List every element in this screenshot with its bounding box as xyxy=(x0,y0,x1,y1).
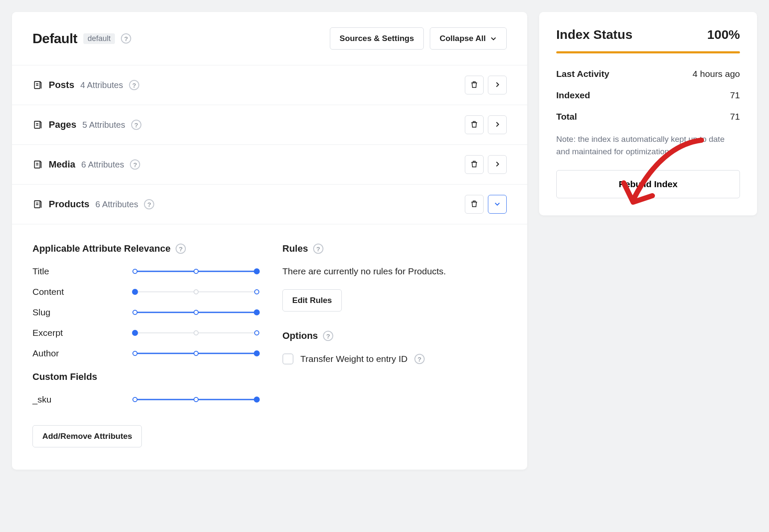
attribute-label: Author xyxy=(32,348,126,359)
toggle-button[interactable] xyxy=(488,76,507,94)
trash-icon xyxy=(470,80,478,90)
status-value: 71 xyxy=(730,90,740,100)
attribute-row: _sku xyxy=(32,394,257,405)
collapse-all-label: Collapse All xyxy=(440,34,486,43)
post-type-name: Posts xyxy=(49,79,74,91)
relevance-slider[interactable] xyxy=(135,395,257,404)
transfer-weight-checkbox[interactable] xyxy=(282,353,294,364)
help-icon[interactable] xyxy=(144,199,154,209)
engine-header-actions: Sources & Settings Collapse All xyxy=(330,27,507,50)
delete-button[interactable] xyxy=(465,155,484,174)
edit-rules-button[interactable]: Edit Rules xyxy=(282,289,342,312)
engine-title-wrap: Default default xyxy=(32,31,131,47)
collapse-all-button[interactable]: Collapse All xyxy=(430,27,507,50)
index-status-progress xyxy=(556,51,740,53)
help-icon[interactable] xyxy=(414,354,425,364)
help-icon[interactable] xyxy=(131,120,141,130)
relevance-column: Applicable Attribute Relevance Title Con… xyxy=(32,243,257,447)
help-icon[interactable] xyxy=(129,80,139,90)
attribute-row: Slug xyxy=(32,307,257,317)
attribute-label: Excerpt xyxy=(32,328,126,338)
help-icon[interactable] xyxy=(323,331,333,341)
attribute-row: Excerpt xyxy=(32,328,257,338)
status-row: Total 71 xyxy=(556,112,740,122)
relevance-slider[interactable] xyxy=(135,308,257,317)
status-value: 4 hours ago xyxy=(693,69,740,79)
post-type-meta: 6 Attributes xyxy=(95,200,138,209)
attribute-row: Title xyxy=(32,266,257,276)
chevron-right-icon xyxy=(494,81,501,89)
delete-button[interactable] xyxy=(465,195,484,214)
chevron-right-icon xyxy=(494,121,501,129)
custom-fields-heading: Custom Fields xyxy=(32,371,257,382)
rebuild-index-label: Rebuild Index xyxy=(619,179,678,189)
post-type-icon xyxy=(32,80,43,90)
trash-icon xyxy=(470,120,478,130)
index-status-header: Index Status 100% xyxy=(556,27,740,42)
engine-header: Default default Sources & Settings Colla… xyxy=(12,12,527,65)
add-remove-attributes-label: Add/Remove Attributes xyxy=(42,432,132,441)
help-icon[interactable] xyxy=(130,159,140,170)
transfer-weight-row: Transfer Weight to entry ID xyxy=(282,353,507,364)
post-type-icon xyxy=(32,120,43,130)
attribute-label: _sku xyxy=(32,394,126,405)
post-type-row: Media 6 Attributes xyxy=(12,145,527,185)
attribute-label: Slug xyxy=(32,307,126,317)
chevron-down-icon xyxy=(494,200,501,209)
help-icon[interactable] xyxy=(176,244,186,254)
post-type-name: Media xyxy=(49,159,75,170)
status-row: Last Activity 4 hours ago xyxy=(556,69,740,79)
post-type-meta: 6 Attributes xyxy=(81,160,124,170)
post-type-row: Pages 5 Attributes xyxy=(12,105,527,145)
attribute-label: Title xyxy=(32,266,126,276)
chevron-right-icon xyxy=(494,161,501,169)
post-type-name: Products xyxy=(49,199,89,210)
toggle-button[interactable] xyxy=(488,115,507,134)
engine-tag: default xyxy=(83,33,115,44)
status-value: 71 xyxy=(730,112,740,122)
status-row: Indexed 71 xyxy=(556,90,740,100)
attribute-row: Content xyxy=(32,287,257,297)
attribute-label: Content xyxy=(32,287,126,297)
delete-button[interactable] xyxy=(465,76,484,94)
status-key: Indexed xyxy=(556,90,590,100)
sources-settings-label: Sources & Settings xyxy=(340,34,414,43)
trash-icon xyxy=(470,160,478,170)
edit-rules-label: Edit Rules xyxy=(292,296,332,305)
post-type-panel: Applicable Attribute Relevance Title Con… xyxy=(12,224,527,470)
rules-empty-text: There are currently no rules for Product… xyxy=(282,266,507,276)
trash-icon xyxy=(470,200,478,209)
relevance-heading: Applicable Attribute Relevance xyxy=(32,243,257,254)
transfer-weight-label: Transfer Weight to entry ID xyxy=(300,354,408,364)
post-type-name: Pages xyxy=(49,119,76,130)
index-status-percent: 100% xyxy=(707,27,740,42)
rebuild-index-button[interactable]: Rebuild Index xyxy=(556,170,740,198)
post-type-meta: 4 Attributes xyxy=(80,80,123,90)
delete-button[interactable] xyxy=(465,115,484,134)
rules-column: Rules There are currently no rules for P… xyxy=(282,243,507,447)
help-icon[interactable] xyxy=(121,33,131,44)
relevance-slider[interactable] xyxy=(135,288,257,296)
sources-settings-button[interactable]: Sources & Settings xyxy=(330,27,424,50)
post-type-row: Posts 4 Attributes xyxy=(12,65,527,105)
attribute-row: Author xyxy=(32,348,257,359)
relevance-slider[interactable] xyxy=(135,329,257,337)
index-status-title: Index Status xyxy=(556,27,632,42)
status-key: Total xyxy=(556,112,577,122)
engine-title: Default xyxy=(32,31,77,47)
rules-heading: Rules xyxy=(282,243,507,254)
relevance-slider[interactable] xyxy=(135,349,257,358)
index-status-card: Index Status 100% Last Activity 4 hours … xyxy=(539,12,757,215)
add-remove-attributes-button[interactable]: Add/Remove Attributes xyxy=(32,425,142,447)
toggle-button[interactable] xyxy=(488,195,507,214)
post-type-icon xyxy=(32,199,43,209)
options-heading: Options xyxy=(282,330,507,341)
help-icon[interactable] xyxy=(313,244,323,254)
relevance-slider[interactable] xyxy=(135,267,257,276)
index-status-note: Note: the index is automatically kept up… xyxy=(556,133,740,158)
status-key: Last Activity xyxy=(556,69,609,79)
post-type-icon xyxy=(32,159,43,170)
post-type-meta: 5 Attributes xyxy=(82,120,125,130)
toggle-button[interactable] xyxy=(488,155,507,174)
engine-card: Default default Sources & Settings Colla… xyxy=(12,12,527,470)
